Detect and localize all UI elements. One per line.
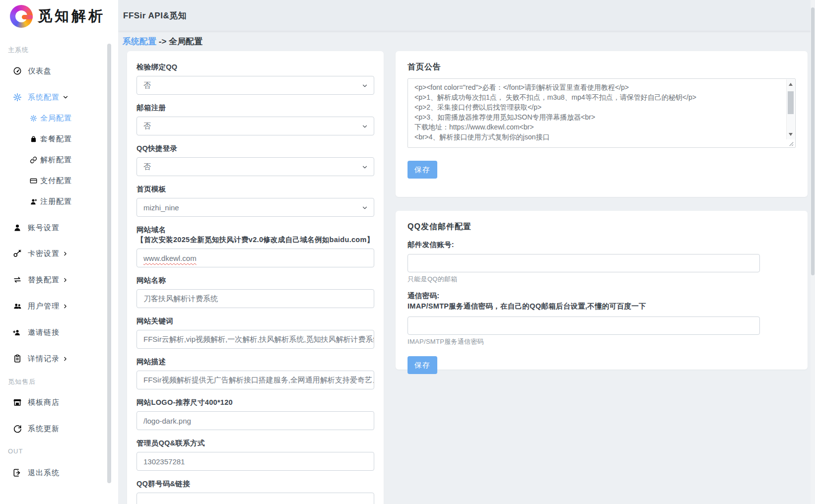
mail-password-input[interactable] <box>408 316 760 335</box>
sidebar-item-user-management[interactable]: 用户管理 <box>0 299 118 314</box>
field-label: 检验绑定QQ <box>136 62 374 72</box>
page-scrollbar[interactable] <box>811 0 815 504</box>
brand-logo: 觅知解析 <box>10 5 105 28</box>
clipboard-icon <box>13 354 22 363</box>
sidebar-item-label: 邀请链接 <box>28 328 60 337</box>
breadcrumb-parent-link[interactable]: 系统配置 <box>123 37 156 46</box>
input-value: 1302357281 <box>143 457 185 466</box>
textarea-scrollbar[interactable] <box>786 79 795 139</box>
mail-account-input[interactable] <box>408 254 760 272</box>
mail-account-label: 邮件发信账号: <box>408 240 796 250</box>
credit-card-icon <box>30 177 37 185</box>
sidebar-item-label: 模板商店 <box>28 398 60 407</box>
form-group-site-domain: 网站域名【首次安装2025全新觅知扶风计费v2.0修改成自己域名例如baidu.… <box>136 225 374 267</box>
sidebar-item-register-config[interactable]: 注册配置 <box>0 194 118 209</box>
sidebar-item-replace-config[interactable]: 替换配置 <box>0 272 118 287</box>
sidebar-item-label: 支付配置 <box>40 176 72 186</box>
sidebar-item-label: 用户管理 <box>28 302 60 311</box>
field-label: QQ快捷登录 <box>136 143 374 153</box>
swap-arrows-icon <box>13 275 22 284</box>
sidebar-item-global-config[interactable]: 全局配置 <box>0 111 118 126</box>
chevron-right-icon <box>62 251 68 257</box>
chevron-down-icon <box>361 204 368 211</box>
sidebar-item-payment-config[interactable]: 支付配置 <box>0 173 118 188</box>
mail-password-help: IMAP/SMTP服务通信密码 <box>408 337 796 346</box>
textarea-scrollbar-thumb[interactable] <box>788 91 794 114</box>
input-value: FFSir云解析,vip视频解析,一次解析,扶风解析系统,觅知扶风解析计费系统 <box>143 335 374 344</box>
field-label: 首页模板 <box>136 184 374 194</box>
sidebar-item-label: 系统更新 <box>28 424 60 434</box>
sidebar-item-label: 解析配置 <box>40 155 72 165</box>
site-name-input[interactable]: 刀客扶风解析计费系统 <box>136 289 374 308</box>
sidebar-item-label: 仪表盘 <box>28 66 52 76</box>
select-value: 否 <box>143 162 151 172</box>
refresh-icon <box>13 424 22 433</box>
sidebar-scrollbar-thumb[interactable] <box>107 44 111 483</box>
chevron-down-icon <box>361 164 368 171</box>
sidebar-item-invite-link[interactable]: 邀请链接 <box>0 325 118 340</box>
link-icon <box>30 156 37 164</box>
site-logo-input[interactable]: /logo-dark.png <box>136 411 374 430</box>
site-description-input[interactable]: FFSir视频解析提供无广告解析接口搭建服务,全网通用解析支持爱奇艺、腾讯 <box>136 371 374 389</box>
sidebar-item-dashboard[interactable]: 仪表盘 <box>0 63 118 78</box>
chevron-down-icon <box>62 94 69 101</box>
form-group-site-keywords: 网站关键词 FFSir云解析,vip视频解析,一次解析,扶风解析系统,觅知扶风解… <box>136 316 374 349</box>
site-keywords-input[interactable]: FFSir云解析,vip视频解析,一次解析,扶风解析系统,觅知扶风解析计费系统 <box>136 330 374 349</box>
mail-save-button[interactable]: 保存 <box>408 356 437 374</box>
sidebar-item-system-update[interactable]: 系统更新 <box>0 421 118 436</box>
sidebar-item-card-settings[interactable]: 卡密设置 <box>0 246 118 261</box>
sidebar-item-detail-records[interactable]: 详情记录 <box>0 351 118 366</box>
announcement-text: <p><font color="red">必看：</font>请到解析设置里查看… <box>414 82 782 146</box>
qq-mail-config-card: QQ发信邮件配置 邮件发信账号: 只能是QQ的邮箱 通信密码: IMAP/SMT… <box>396 211 808 370</box>
key-icon <box>13 249 22 258</box>
sidebar: 觅知解析 主系统 仪表盘 系统配置 全局配置 套餐配置 解析配置 支付配置 <box>0 0 118 504</box>
scroll-down-arrow-icon[interactable] <box>789 133 793 136</box>
home-template-select[interactable]: mizhi_nine <box>136 198 374 217</box>
form-group-email-register: 邮箱注册 否 <box>136 103 374 135</box>
field-label: 网站LOGO-推荐尺寸400*120 <box>136 397 374 407</box>
qq-mail-title: QQ发信邮件配置 <box>408 222 796 232</box>
breadcrumb: 系统配置 -> 全局配置 <box>123 36 203 47</box>
chevron-right-icon <box>62 303 68 310</box>
sidebar-item-account-settings[interactable]: 账号设置 <box>0 220 118 235</box>
announcement-save-button[interactable]: 保存 <box>408 161 437 179</box>
sidebar-item-logout[interactable]: 退出系统 <box>0 465 118 480</box>
scroll-up-arrow-icon[interactable] <box>789 83 793 86</box>
mail-password-label: 通信密码: <box>408 291 796 301</box>
gauge-icon <box>13 66 22 75</box>
sidebar-section-aftersale: 觅知售后 <box>8 378 36 386</box>
chevron-down-icon <box>361 123 368 130</box>
breadcrumb-current: 全局配置 <box>169 37 203 46</box>
logout-icon <box>13 468 22 477</box>
site-domain-input[interactable]: www.dkewl.com <box>136 249 374 267</box>
global-config-card: 检验绑定QQ 否 邮箱注册 否 QQ快捷登录 否 首页模板 mizhi_nine <box>127 51 384 504</box>
page-scrollbar-thumb[interactable] <box>811 7 815 275</box>
email-register-select[interactable]: 否 <box>136 117 374 135</box>
announcement-textarea[interactable]: <p><font color="red">必看：</font>请到解析设置里查看… <box>408 78 796 148</box>
form-group-site-name: 网站名称 刀客扶风解析计费系统 <box>136 275 374 308</box>
qq-quick-login-select[interactable]: 否 <box>136 157 374 176</box>
chevron-right-icon <box>62 356 68 362</box>
sidebar-item-system-config[interactable]: 系统配置 <box>0 90 118 105</box>
qq-group-input[interactable] <box>136 493 374 504</box>
gear-icon <box>13 93 22 102</box>
resize-grip-icon[interactable] <box>788 140 794 146</box>
sidebar-item-label: 系统配置 <box>28 93 60 102</box>
input-value: www.dkewl.com <box>143 254 197 262</box>
form-group-site-logo: 网站LOGO-推荐尺寸400*120 /logo-dark.png <box>136 397 374 430</box>
sidebar-item-parse-config[interactable]: 解析配置 <box>0 152 118 167</box>
sidebar-item-template-store[interactable]: 模板商店 <box>0 395 118 410</box>
input-value: /logo-dark.png <box>143 417 191 425</box>
user-plus-icon <box>30 198 37 205</box>
admin-qq-input[interactable]: 1302357281 <box>136 452 374 471</box>
chevron-down-icon <box>361 82 368 89</box>
mail-password-note: IMAP/SMTP服务通信密码，在自己的QQ邮箱后台设置,不懂的可百度一下 <box>408 301 796 312</box>
select-value: mizhi_nine <box>143 203 179 212</box>
sidebar-section-main: 主系统 <box>8 46 29 55</box>
input-value: 刀客扶风解析计费系统 <box>143 294 218 304</box>
sidebar-item-label: 退出系统 <box>28 468 60 478</box>
mail-account-help: 只能是QQ的邮箱 <box>408 275 796 284</box>
sidebar-item-package-config[interactable]: 套餐配置 <box>0 131 118 146</box>
user-plus-icon <box>13 328 22 337</box>
verify-qq-select[interactable]: 否 <box>136 76 374 95</box>
